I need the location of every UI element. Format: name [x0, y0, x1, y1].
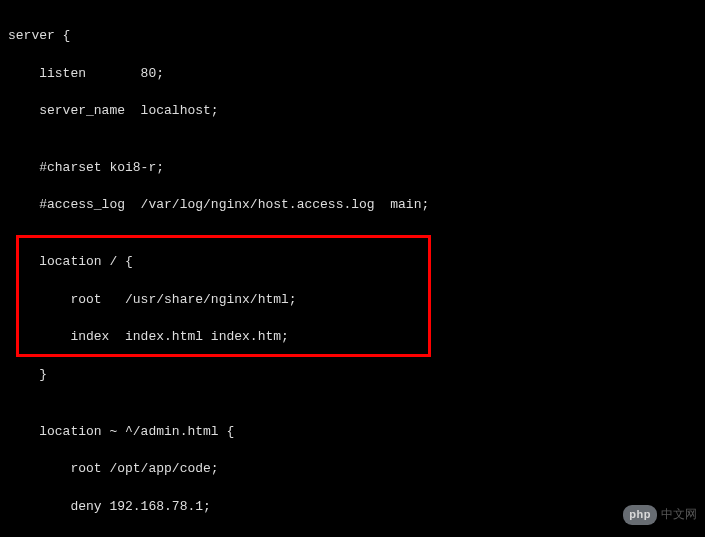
code-line: index index.html index.htm;: [8, 328, 705, 347]
watermark-badge: php: [623, 505, 657, 525]
code-line: root /usr/share/nginx/html;: [8, 291, 705, 310]
code-line: #charset koi8-r;: [8, 159, 705, 178]
code-line: listen 80;: [8, 65, 705, 84]
code-line: location / {: [8, 253, 705, 272]
watermark: php 中文网: [623, 505, 697, 525]
code-line: server_name localhost;: [8, 102, 705, 121]
code-line: server {: [8, 27, 705, 46]
nginx-config-code: server { listen 80; server_name localhos…: [8, 8, 705, 537]
code-line: #access_log /var/log/nginx/host.access.l…: [8, 196, 705, 215]
code-line: }: [8, 366, 705, 385]
code-line: deny 192.168.78.1;: [8, 498, 705, 517]
watermark-text: 中文网: [661, 506, 697, 523]
code-line: root /opt/app/code;: [8, 460, 705, 479]
code-line: location ~ ^/admin.html {: [8, 423, 705, 442]
